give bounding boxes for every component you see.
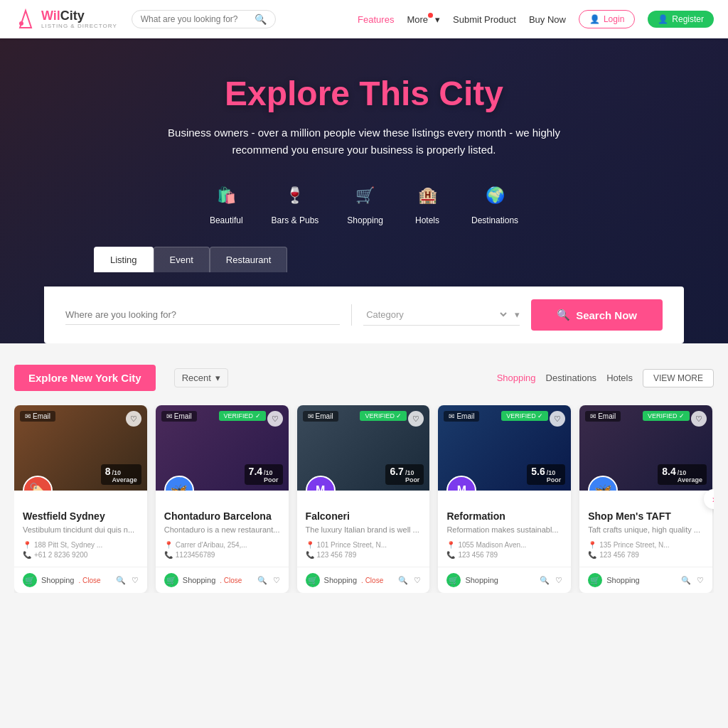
search-icon: 🔍 <box>255 14 267 25</box>
tab-listing[interactable]: Listing <box>94 247 154 272</box>
card-footer: 🛒 Shopping . Close 🔍 ♡ <box>14 567 147 593</box>
location-input[interactable] <box>65 305 340 325</box>
card-image-4: ✉ Email VERIFIED ✓ ♡ 5.6/10Poor M <box>438 405 571 491</box>
logo-sub: LISTING & DIRECTORY <box>41 23 117 30</box>
tab-event[interactable]: Event <box>154 247 210 272</box>
wishlist-button[interactable]: ♡ <box>550 411 565 427</box>
verified-badge: VERIFIED ✓ <box>219 411 266 421</box>
card-score: 8/10Average <box>101 464 141 485</box>
hero-categories: 🛍️ Beautiful 🍷 Bars & Pubs 🛒 Shopping 🏨 … <box>94 180 634 225</box>
wishlist-button[interactable]: ♡ <box>126 411 141 427</box>
card-address: 📍 188 Pitt St, Sydney ... <box>23 541 139 549</box>
email-icon: ✉ <box>25 412 31 420</box>
search-action-icon[interactable]: 🔍 <box>398 576 408 585</box>
email-badge: ✉ Email <box>20 411 55 422</box>
email-icon: ✉ <box>166 412 172 420</box>
card-phone: 📞 +61 2 8236 9200 <box>23 551 139 559</box>
listing-card-2[interactable]: ✉ Email VERIFIED ✓ ♡ 7.4/10Poor 🦋 Chonta… <box>156 405 289 593</box>
wishlist-button[interactable]: ♡ <box>408 411 424 427</box>
hero-title: Explore This City <box>94 74 634 113</box>
filter-shopping[interactable]: Shopping <box>497 373 536 383</box>
register-button[interactable]: 👤 Register <box>648 11 714 28</box>
status-label: . Close <box>220 577 242 584</box>
card-avatar: 🦋 <box>164 476 194 491</box>
hero-content: Explore This City Business owners - over… <box>80 38 648 287</box>
chevron-down-icon: ▾ <box>215 373 220 383</box>
listing-card-3[interactable]: ✉ Email VERIFIED ✓ ♡ 6.7/10Poor M Falcon… <box>297 405 430 593</box>
card-body: Westfield Sydney Vestibulum tincidunt du… <box>14 491 147 567</box>
hero-subtitle: Business owners - over a million people … <box>151 124 577 159</box>
navbar: WilCity LISTING & DIRECTORY 🔍 Features M… <box>0 0 728 38</box>
shopping-label: Shopping <box>347 215 383 225</box>
category-hotels[interactable]: 🏨 Hotels <box>412 180 443 225</box>
category-select-input[interactable]: Category Shopping Restaurants Hotels Bar… <box>363 309 509 321</box>
category-dropdown[interactable]: Category Shopping Restaurants Hotels Bar… <box>363 304 520 326</box>
bars-label: Bars & Pubs <box>272 215 319 225</box>
category-beautiful[interactable]: 🛍️ Beautiful <box>210 180 243 225</box>
location-icon: 📍 <box>306 541 314 549</box>
tab-restaurant[interactable]: Restaurant <box>210 247 288 272</box>
card-score: 8.4/10Average <box>658 464 707 485</box>
cards-row: ✉ Email ♡ 8/10Average 🏷️ Westfield Sydne… <box>14 405 714 593</box>
sort-dropdown[interactable]: Recent ▾ <box>174 368 228 387</box>
chevron-down-icon: ▾ <box>515 309 520 320</box>
listing-card-4[interactable]: ✉ Email VERIFIED ✓ ♡ 5.6/10Poor M Reform… <box>438 405 571 593</box>
phone-icon: 📞 <box>306 551 314 559</box>
card-image-5: ✉ Email VERIFIED ✓ ♡ 8.4/10Average 🦋 <box>579 405 712 491</box>
heart-action-icon[interactable]: ♡ <box>132 576 139 585</box>
card-image-3: ✉ Email VERIFIED ✓ ♡ 6.7/10Poor M <box>297 405 430 491</box>
status-label: . Close <box>79 577 101 584</box>
user-icon: 👤 <box>589 14 600 24</box>
filter-destinations[interactable]: Destinations <box>546 373 597 383</box>
heart-action-icon[interactable]: ♡ <box>414 576 421 585</box>
nav-buy-now[interactable]: Buy Now <box>529 14 566 25</box>
nav-search-bar[interactable]: 🔍 <box>132 10 276 28</box>
card-footer-actions: 🔍 ♡ <box>681 576 704 585</box>
hotels-label: Hotels <box>415 215 439 225</box>
login-button[interactable]: 👤 Login <box>579 10 635 28</box>
card-body: Chontaduro Barcelona Chontaduro is a new… <box>156 491 289 567</box>
card-footer: 🛒 Shopping 🔍 ♡ <box>438 567 571 593</box>
search-action-icon[interactable]: 🔍 <box>540 576 550 585</box>
phone-icon: 📞 <box>23 551 31 559</box>
nav-features[interactable]: Features <box>358 14 394 25</box>
heart-action-icon[interactable]: ♡ <box>273 576 280 585</box>
card-image-2: ✉ Email VERIFIED ✓ ♡ 7.4/10Poor 🦋 <box>156 405 289 491</box>
view-more-button[interactable]: VIEW MORE <box>643 369 714 387</box>
search-tab-list: Listing Event Restaurant <box>94 247 634 272</box>
svg-point-1 <box>19 21 23 26</box>
nav-links: Features More ▾ Submit Product Buy Now 👤… <box>358 10 714 28</box>
bars-icon: 🍷 <box>279 180 311 211</box>
category-badge: 🛒 <box>164 573 178 587</box>
card-score: 7.4/10Poor <box>245 464 283 485</box>
heart-action-icon[interactable]: ♡ <box>555 576 562 585</box>
category-shopping[interactable]: 🛒 Shopping <box>347 180 383 225</box>
card-body: Shop Men's TAFT Taft crafts unique, high… <box>579 491 712 567</box>
wishlist-button[interactable]: ♡ <box>267 411 283 427</box>
card-score: 5.6/10Poor <box>527 464 565 485</box>
search-action-icon[interactable]: 🔍 <box>681 576 691 585</box>
listing-card-5[interactable]: ✉ Email VERIFIED ✓ ♡ 8.4/10Average 🦋 Sho… <box>579 405 712 593</box>
logo[interactable]: WilCity LISTING & DIRECTORY <box>14 8 117 31</box>
nav-search-input[interactable] <box>141 14 255 24</box>
search-action-icon[interactable]: 🔍 <box>257 576 267 585</box>
wishlist-button[interactable]: ♡ <box>691 411 707 427</box>
search-now-button[interactable]: 🔍 Search Now <box>531 299 663 331</box>
filter-hotels[interactable]: Hotels <box>606 373 633 383</box>
card-phone: 📞 1123456789 <box>164 551 280 559</box>
nav-submit-product[interactable]: Submit Product <box>453 14 516 25</box>
category-bars[interactable]: 🍷 Bars & Pubs <box>272 180 319 225</box>
search-action-icon[interactable]: 🔍 <box>116 576 126 585</box>
category-label: Shopping <box>606 576 640 584</box>
heart-action-icon[interactable]: ♡ <box>697 576 704 585</box>
location-icon: 📍 <box>164 541 173 549</box>
category-destinations[interactable]: 🌍 Destinations <box>471 180 518 225</box>
card-address: 📍 1055 Madison Aven... <box>446 541 562 549</box>
phone-icon: 📞 <box>164 551 173 559</box>
nav-more[interactable]: More ▾ <box>407 14 440 25</box>
search-divider <box>351 304 352 326</box>
listing-card-1[interactable]: ✉ Email ♡ 8/10Average 🏷️ Westfield Sydne… <box>14 405 147 593</box>
category-badge: 🛒 <box>306 573 320 587</box>
category-label: Shopping <box>465 576 498 584</box>
verified-badge: VERIFIED ✓ <box>501 411 548 421</box>
